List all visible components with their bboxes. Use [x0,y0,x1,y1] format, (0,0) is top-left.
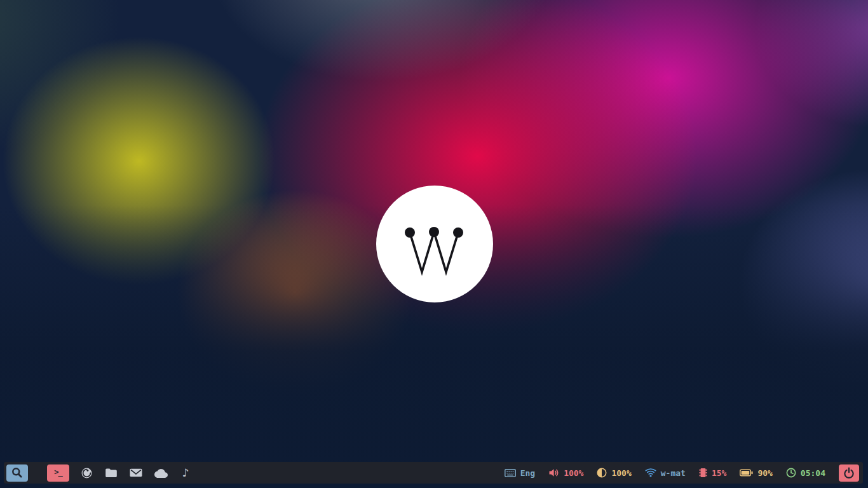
browser-launcher[interactable] [79,464,94,482]
memory-chip-icon [699,468,707,478]
brightness-indicator[interactable]: 100% [597,468,631,478]
clock-label: 05:04 [801,468,825,478]
launcher-area: >_ ♪ [4,462,193,484]
files-launcher[interactable] [104,464,119,482]
battery-label: 90% [757,468,772,478]
cloud-launcher[interactable] [153,464,168,482]
speaker-icon [548,468,559,477]
cloud-icon [154,468,168,478]
keyboard-icon [505,469,516,477]
keyboard-layout-label: Eng [520,468,535,478]
w-logo-icon [376,186,493,302]
wifi-indicator[interactable]: w-mat [645,468,686,478]
clock-indicator[interactable]: 05:04 [786,468,825,478]
volume-label: 100% [564,468,583,478]
memory-indicator[interactable]: 15% [699,468,726,478]
search-button[interactable] [6,464,28,482]
clock-icon [786,468,796,478]
terminal-prompt-icon: >_ [54,468,62,476]
firefox-icon [81,467,93,479]
mail-icon [130,468,142,477]
terminal-button[interactable]: >_ [47,464,69,482]
search-icon [11,466,24,479]
volume-indicator[interactable]: 100% [548,468,583,478]
brightness-label: 100% [611,468,631,478]
wifi-icon [645,468,656,477]
battery-icon [740,469,753,477]
music-note-icon: ♪ [182,468,189,478]
wifi-label: w-mat [661,468,686,478]
folder-icon [105,468,118,478]
taskbar: >_ ♪ [4,462,863,484]
keyboard-layout-indicator[interactable]: Eng [505,468,535,478]
power-icon [843,467,855,478]
memory-label: 15% [712,468,726,478]
battery-indicator[interactable]: 90% [740,468,772,478]
desktop-logo [376,186,493,302]
status-area: Eng 100% 100% w-mat [505,464,863,482]
power-button[interactable] [839,464,859,482]
music-launcher[interactable]: ♪ [178,464,193,482]
mail-launcher[interactable] [128,464,144,482]
contrast-icon [597,468,607,478]
